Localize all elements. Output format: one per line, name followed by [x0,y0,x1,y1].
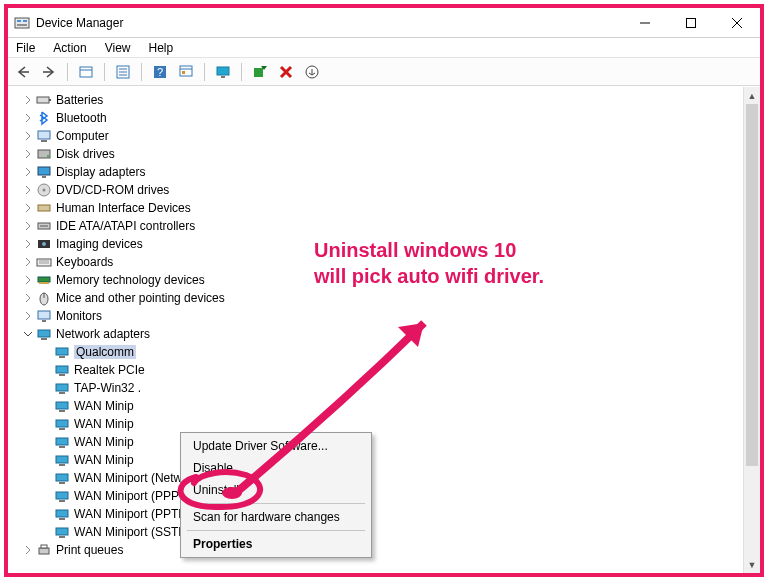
monitor-button[interactable] [212,61,234,83]
expand-icon[interactable] [22,202,34,214]
close-button[interactable] [714,8,760,38]
tree-device-label: WAN Minip [74,435,134,449]
expand-icon[interactable] [22,112,34,124]
tree-category[interactable]: IDE ATA/ATAPI controllers [22,217,760,235]
expand-icon[interactable] [22,256,34,268]
expand-icon[interactable] [22,166,34,178]
menu-help[interactable]: Help [147,40,176,56]
mouse-icon [36,290,52,306]
adapter-icon [54,488,70,504]
menu-action[interactable]: Action [51,40,88,56]
tree-category[interactable]: Computer [22,127,760,145]
tree-category[interactable]: Bluetooth [22,109,760,127]
expand-icon[interactable] [22,130,34,142]
tree-category[interactable]: Disk drives [22,145,760,163]
context-disable[interactable]: Disable [183,457,369,479]
expand-icon[interactable] [22,148,34,160]
context-uninstall[interactable]: Uninstall [183,479,369,501]
tree-category[interactable]: Human Interface Devices [22,199,760,217]
show-hidden-button[interactable] [75,61,97,83]
tree-category[interactable]: Print queues [22,541,760,559]
svg-rect-72 [59,518,65,520]
tree-device[interactable]: WAN Minip [40,415,760,433]
tree-category[interactable]: Monitors [22,307,760,325]
tree-category[interactable]: Batteries [22,91,760,109]
expand-icon[interactable] [22,310,34,322]
scroll-up-button[interactable]: ▲ [744,87,760,104]
monitor-icon [36,308,52,324]
svg-rect-20 [182,71,185,74]
tree-device-label: Qualcomm [74,345,136,359]
tree-device[interactable]: WAN Minip [40,397,760,415]
expand-icon[interactable] [22,238,34,250]
expand-icon[interactable] [22,94,34,106]
expand-icon[interactable] [22,544,34,556]
expand-icon[interactable] [22,292,34,304]
context-properties[interactable]: Properties [183,533,369,555]
menu-view[interactable]: View [103,40,133,56]
scroll-down-button[interactable]: ▼ [744,556,760,573]
uninstall-button[interactable] [275,61,297,83]
expand-icon[interactable] [22,220,34,232]
context-update-driver[interactable]: Update Driver Software... [183,435,369,457]
expand-icon[interactable] [22,274,34,286]
tree-device-label: WAN Minip [74,453,134,467]
svg-rect-70 [59,500,65,502]
adapter-icon [54,434,70,450]
tree-device-label: Realtek PCIe [74,363,145,377]
svg-rect-56 [59,374,65,376]
tree-category[interactable]: Display adapters [22,163,760,181]
adapter-icon [54,506,70,522]
tree-device[interactable]: TAP-Win32 . [40,379,760,397]
maximize-button[interactable] [668,8,714,38]
print-icon [36,542,52,558]
tree-device[interactable]: WAN Minip [40,433,760,451]
svg-rect-21 [217,67,229,75]
update-button[interactable] [175,61,197,83]
svg-rect-65 [56,456,68,463]
tree-device[interactable]: WAN Miniport (Network Monitor) [40,469,760,487]
svg-rect-37 [38,205,50,211]
collapse-icon[interactable] [22,328,34,340]
tree-device[interactable]: WAN Minip [40,451,760,469]
context-scan[interactable]: Scan for hardware changes [183,506,369,528]
more-button[interactable] [301,61,323,83]
expand-icon[interactable] [22,184,34,196]
tree-device[interactable]: Realtek PCIe [40,361,760,379]
menu-file[interactable]: File [14,40,37,56]
tree-device[interactable]: WAN Miniport (PPTP) [40,505,760,523]
titlebar: Device Manager [8,8,760,38]
tree-category-label: Memory technology devices [56,273,205,287]
vertical-scrollbar[interactable]: ▲ ▼ [743,87,760,573]
tree-category-label: Human Interface Devices [56,201,191,215]
svg-rect-10 [80,67,92,77]
minimize-button[interactable] [622,8,668,38]
adapter-icon [54,452,70,468]
scroll-thumb[interactable] [746,104,758,466]
svg-point-41 [42,242,46,246]
adapter-icon [54,344,70,360]
svg-rect-75 [39,548,49,554]
app-window: Device Manager File Action View Help ? B… [4,4,764,577]
back-button[interactable] [12,61,34,83]
svg-rect-54 [59,356,65,358]
tree-category[interactable]: DVD/CD-ROM drives [22,181,760,199]
help-button[interactable]: ? [149,61,171,83]
forward-button[interactable] [38,61,60,83]
svg-point-36 [43,189,46,192]
tree-device[interactable]: Qualcomm [40,343,760,361]
dvd-icon [36,182,52,198]
properties-button[interactable] [112,61,134,83]
tree-device[interactable]: WAN Miniport (SSTP) [40,523,760,541]
device-tree-panel: BatteriesBluetoothComputerDisk drivesDis… [8,86,760,573]
svg-rect-61 [56,420,68,427]
scan-button[interactable] [249,61,271,83]
memory-icon [36,272,52,288]
svg-point-32 [47,155,49,157]
tree-category[interactable]: Mice and other pointing devices [22,289,760,307]
annotation-line1: Uninstall windows 10 [314,237,544,263]
tree-device[interactable]: WAN Miniport (PPPOE) [40,487,760,505]
svg-rect-55 [56,366,68,373]
tree-category[interactable]: Network adapters [22,325,760,343]
tree-device-label: TAP-Win32 . [74,381,141,395]
